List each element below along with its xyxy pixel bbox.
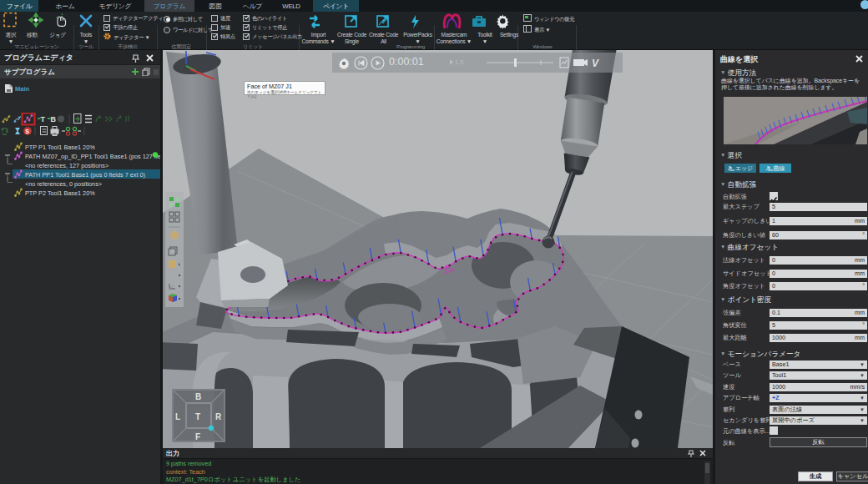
svg-text:F: F <box>195 432 200 441</box>
svg-text:PATH PP1 Tool1 Base1 (pos 0 fi: PATH PP1 Tool1 Base1 (pos 0 fields 7 ext… <box>25 171 145 179</box>
svg-text:B: B <box>195 392 201 401</box>
svg-text:L: L <box>175 412 180 421</box>
svg-text:PATH MZ07_op_ID_PP1 Tool1 Base: PATH MZ07_op_ID_PP1 Tool1 Base1 (pos 127… <box>25 153 160 160</box>
svg-text:PTP P2 Tool1 Base1 20%: PTP P2 Tool1 Base1 20% <box>25 189 95 197</box>
svg-text:B: B <box>51 115 57 124</box>
svg-text:<no references, 127 positions>: <no references, 127 positions> <box>25 162 108 169</box>
svg-text:S: S <box>25 129 29 134</box>
svg-text:R: R <box>215 412 222 421</box>
svg-text:T: T <box>41 115 46 124</box>
svg-text:PTP P1 Tool1 Base1 20%: PTP P1 Tool1 Base1 20% <box>25 144 95 151</box>
svg-text:<no references, 0 positions>: <no references, 0 positions> <box>25 180 102 188</box>
svg-text:V: V <box>592 58 599 68</box>
svg-text:T: T <box>195 412 200 421</box>
